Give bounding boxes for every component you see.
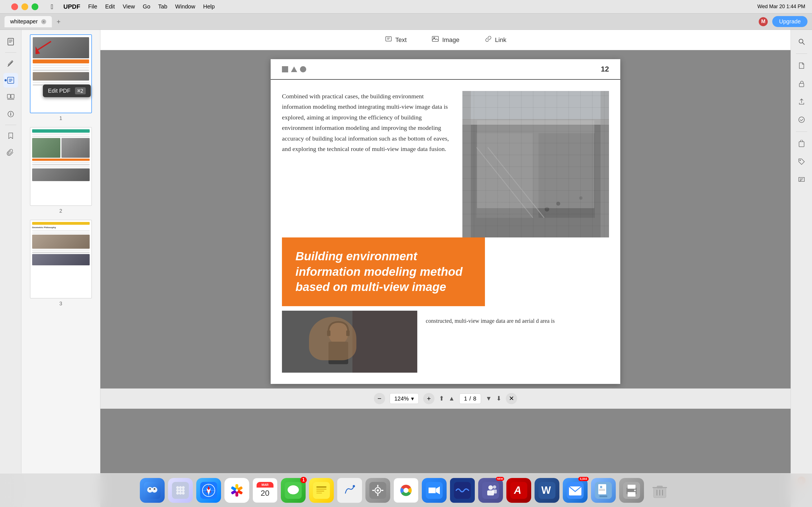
svg-point-35 (328, 322, 348, 344)
menu-help[interactable]: Help (203, 3, 214, 10)
document-tab[interactable]: whitepaper × (4, 16, 52, 27)
zoom-display[interactable]: 124% ▾ (390, 393, 419, 404)
dock-printer[interactable] (619, 478, 644, 503)
thumbnail-2[interactable]: 2 (26, 127, 96, 214)
page-last-button[interactable]: ⬇ (496, 395, 501, 402)
current-page[interactable]: 1 (464, 395, 467, 402)
active-indicator (4, 79, 7, 81)
thumb-orange-1 (33, 59, 89, 63)
right-icon-doc[interactable] (794, 58, 809, 73)
dock-freeform[interactable] (337, 478, 362, 503)
traffic-lights (7, 3, 43, 10)
thumb2-line-4 (32, 164, 90, 165)
close-button[interactable] (11, 3, 18, 10)
dock-launchpad[interactable] (168, 478, 193, 503)
trash-icon (651, 482, 668, 499)
maximize-button[interactable] (32, 3, 38, 10)
zoom-in-button[interactable]: + (423, 393, 435, 404)
dock-settings[interactable] (365, 478, 390, 503)
safari-icon (200, 482, 217, 499)
link-tool[interactable]: Link (479, 32, 512, 48)
svg-rect-93 (377, 485, 378, 487)
svg-point-40 (799, 39, 803, 43)
image-tool[interactable]: Image (426, 32, 465, 48)
svg-line-41 (803, 43, 804, 45)
dock-teams[interactable]: NEW (478, 478, 503, 503)
thumb-frame-2[interactable] (30, 127, 92, 206)
svg-point-65 (179, 492, 182, 495)
mail-icon (567, 482, 583, 499)
svg-rect-116 (599, 496, 607, 497)
svg-point-104 (488, 485, 493, 490)
page-prev-button[interactable]: ▲ (449, 395, 455, 402)
right-icon-lock[interactable] (794, 76, 809, 91)
dock-messages[interactable]: 1 (281, 478, 306, 503)
dock-mail[interactable]: 6,844 (563, 478, 588, 503)
sidebar-icon-bookmark[interactable] (3, 128, 18, 143)
red-arrow-thumb (36, 40, 52, 55)
right-icon-clipboard[interactable] (794, 136, 809, 151)
thumb3-heading: Geometric Philosophy (32, 226, 90, 229)
menu-go[interactable]: Go (143, 3, 150, 10)
menu-file[interactable]: File (88, 3, 97, 10)
page-next-button[interactable]: ▼ (486, 395, 492, 402)
dock-chrome[interactable] (394, 478, 418, 503)
dock-trash[interactable] (647, 478, 672, 503)
menu-tab[interactable]: Tab (158, 3, 167, 10)
edit-toolbar: Text Image (100, 30, 791, 50)
thumbnail-3[interactable]: Geometric Philosophy 3 (26, 220, 96, 307)
pdf-area[interactable]: 12 Combined with practical cases, the bu… (100, 50, 791, 507)
thumb-img-mid (33, 72, 89, 80)
upgrade-button[interactable]: Upgrade (772, 16, 808, 27)
text-tool[interactable]: Text (379, 32, 412, 48)
main-paragraph: Combined with practical cases, the build… (282, 91, 451, 154)
thumb-frame-1[interactable] (30, 34, 92, 113)
dock-word[interactable]: W (535, 478, 559, 503)
tab-close-button[interactable]: × (41, 19, 46, 24)
zoom-out-button[interactable]: − (374, 393, 385, 404)
menubar-left:  UPDF File Edit View Go Tab Window Help (7, 3, 215, 11)
dock-notes[interactable] (309, 478, 334, 503)
sidebar-icon-organize[interactable] (3, 90, 18, 105)
svg-rect-86 (316, 491, 324, 492)
thumb-content-3: Geometric Philosophy (31, 220, 91, 298)
right-icon-search[interactable] (794, 34, 809, 49)
svg-rect-123 (627, 492, 636, 497)
dock-zoom[interactable] (422, 478, 447, 503)
thumb-number-1: 1 (59, 115, 62, 121)
svg-rect-31 (462, 91, 609, 119)
edit-pdf-tooltip: Edit PDF ⌘2 (43, 84, 91, 97)
svg-point-43 (799, 117, 804, 122)
dock-finder[interactable] (140, 478, 165, 503)
right-icon-share[interactable] (794, 94, 809, 109)
tab-title: whitepaper (10, 18, 38, 25)
right-icon-verify[interactable] (794, 112, 809, 127)
dock-calendar[interactable]: MAR 20 (253, 478, 277, 503)
thumb2-line-1 (32, 133, 90, 135)
thumb-content-2 (31, 128, 91, 205)
sidebar-icon-tools[interactable] (3, 107, 18, 121)
svg-rect-84 (316, 487, 326, 488)
svg-point-62 (179, 489, 182, 492)
thumbnail-1[interactable]: 1 Edit PDF ⌘2 (26, 34, 96, 121)
dock-safari[interactable] (196, 478, 221, 503)
dock-photos[interactable] (224, 478, 249, 503)
tab-add-button[interactable]: + (54, 17, 63, 26)
minimize-button[interactable] (21, 3, 28, 10)
right-icon-chat[interactable] (794, 172, 809, 187)
svg-rect-85 (316, 489, 326, 490)
thumb-frame-3[interactable]: Geometric Philosophy (30, 220, 92, 298)
toolbar-close-button[interactable]: ✕ (506, 393, 517, 404)
dock-acrobat[interactable]: A (506, 478, 531, 503)
page-first-button[interactable]: ⬆ (439, 395, 444, 402)
menu-view[interactable]: View (123, 3, 135, 10)
right-icon-tag[interactable] (794, 154, 809, 169)
sidebar-icon-attachment[interactable] (3, 145, 18, 160)
sidebar-icon-pages[interactable] (3, 34, 18, 49)
menu-edit[interactable]: Edit (105, 3, 115, 10)
sidebar-icon-edit[interactable] (3, 73, 18, 88)
menu-window[interactable]: Window (175, 3, 195, 10)
dock-wave[interactable] (450, 478, 475, 503)
dock-preview[interactable] (591, 478, 616, 503)
sidebar-icon-annotate[interactable] (3, 56, 18, 71)
